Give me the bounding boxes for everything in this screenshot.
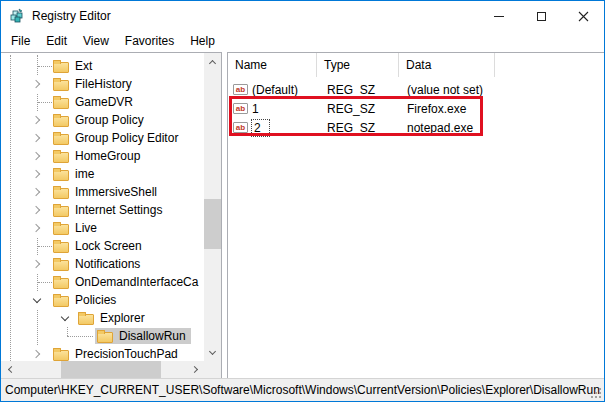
folder-icon bbox=[53, 188, 69, 199]
menu-view[interactable]: View bbox=[75, 31, 117, 52]
tree-item-explorer[interactable]: Explorer bbox=[1, 309, 204, 327]
folder-icon bbox=[53, 116, 69, 127]
registry-tree: Ext FileHistory GameDVR Group Policy bbox=[1, 53, 204, 361]
registry-tree-pane: Ext FileHistory GameDVR Group Policy bbox=[1, 52, 222, 378]
chevron-right-icon[interactable] bbox=[29, 75, 45, 93]
tree-vertical-scrollbar[interactable] bbox=[204, 53, 221, 361]
registry-values-pane: Name Type Data ab (Default) REG_SZ (valu… bbox=[227, 52, 604, 378]
folder-icon bbox=[53, 152, 69, 163]
maximize-button[interactable] bbox=[520, 1, 562, 31]
tree-item-homegroup[interactable]: HomeGroup bbox=[1, 147, 204, 165]
tree-item-gamedvr[interactable]: GameDVR bbox=[1, 93, 204, 111]
horizontal-scrollbar-thumb[interactable] bbox=[61, 361, 161, 378]
column-header-name[interactable]: Name bbox=[228, 53, 317, 77]
tree-item-precisiontouchpad[interactable]: PrecisionTouchPad bbox=[1, 345, 204, 361]
scroll-right-arrow[interactable] bbox=[187, 361, 204, 378]
folder-icon bbox=[53, 134, 69, 145]
tree-item-label: GameDVR bbox=[75, 95, 133, 109]
tree-item-label: Explorer bbox=[100, 311, 145, 325]
reg-sz-string-icon: ab bbox=[233, 122, 248, 133]
menu-edit[interactable]: Edit bbox=[38, 31, 75, 52]
selected-key-path: Computer\HKEY_CURRENT_USER\Software\Micr… bbox=[1, 383, 600, 397]
chevron-right-icon[interactable] bbox=[29, 219, 45, 237]
scroll-down-arrow[interactable] bbox=[204, 344, 221, 361]
tree-item-label: FileHistory bbox=[75, 77, 132, 91]
folder-icon bbox=[53, 242, 69, 253]
menu-help[interactable]: Help bbox=[182, 31, 223, 52]
tree-item-label: PrecisionTouchPad bbox=[75, 347, 178, 361]
chevron-right-icon[interactable] bbox=[29, 165, 45, 183]
chevron-right-icon[interactable] bbox=[29, 255, 45, 273]
menu-favorites[interactable]: Favorites bbox=[117, 31, 182, 52]
tree-item-ext[interactable]: Ext bbox=[1, 57, 204, 75]
resize-grip[interactable] bbox=[590, 387, 603, 400]
tree-item-label: Notifications bbox=[75, 257, 140, 271]
tree-item-immersiveshell[interactable]: ImmersiveShell bbox=[1, 183, 204, 201]
chevron-down-icon[interactable] bbox=[29, 291, 45, 309]
tree-item-policies[interactable]: Policies bbox=[1, 291, 204, 309]
tree-item-label: ImmersiveShell bbox=[75, 185, 157, 199]
status-bar: Computer\HKEY_CURRENT_USER\Software\Micr… bbox=[1, 378, 604, 401]
tree-item-lock-screen[interactable]: Lock Screen bbox=[1, 237, 204, 255]
folder-icon bbox=[53, 206, 69, 217]
chevron-right-icon[interactable] bbox=[29, 111, 45, 129]
tree-item-disallowrun-selected[interactable]: DisallowRun bbox=[1, 327, 204, 345]
menu-file[interactable]: File bbox=[3, 31, 38, 52]
close-button[interactable] bbox=[562, 1, 604, 31]
caption-buttons bbox=[478, 1, 604, 31]
tree-item-group-policy[interactable]: Group Policy bbox=[1, 111, 204, 129]
folder-icon bbox=[53, 80, 69, 91]
value-data: (value not set) bbox=[399, 83, 604, 97]
value-data: notepad.exe bbox=[399, 121, 604, 135]
chevron-right-icon[interactable] bbox=[29, 183, 45, 201]
vertical-scrollbar-thumb[interactable] bbox=[204, 199, 221, 249]
folder-icon bbox=[53, 260, 69, 271]
list-header: Name Type Data bbox=[228, 53, 604, 77]
folder-icon bbox=[53, 296, 69, 307]
maximize-icon bbox=[537, 12, 546, 21]
tree-item-ime[interactable]: ime bbox=[1, 165, 204, 183]
reg-sz-string-icon: ab bbox=[233, 103, 248, 114]
chevron-right-icon[interactable] bbox=[29, 147, 45, 165]
value-row-default[interactable]: ab (Default) REG_SZ (value not set) bbox=[228, 80, 604, 99]
folder-icon bbox=[53, 278, 69, 289]
chevron-down-icon[interactable] bbox=[57, 309, 73, 327]
tree-item-label: OnDemandInterfaceCa bbox=[75, 275, 198, 289]
chevron-right-icon[interactable] bbox=[29, 129, 45, 147]
tree-horizontal-scrollbar[interactable] bbox=[1, 361, 204, 378]
tree-item-filehistory[interactable]: FileHistory bbox=[1, 75, 204, 93]
column-header-filler bbox=[495, 53, 604, 77]
tree-item-ondemandinterface[interactable]: OnDemandInterfaceCa bbox=[1, 273, 204, 291]
column-header-data[interactable]: Data bbox=[399, 53, 495, 77]
chevron-right-icon[interactable] bbox=[29, 345, 45, 361]
reg-sz-string-icon: ab bbox=[233, 84, 248, 95]
tree-item-internet-settings[interactable]: Internet Settings bbox=[1, 201, 204, 219]
tree-item-label: ime bbox=[75, 167, 94, 181]
title-bar: Registry Editor bbox=[1, 1, 604, 31]
folder-icon bbox=[53, 170, 69, 181]
tree-item-label: DisallowRun bbox=[119, 329, 186, 343]
tree-item-group-policy-editor[interactable]: Group Policy Editor bbox=[1, 129, 204, 147]
tree-item-label: Live bbox=[75, 221, 97, 235]
minimize-icon bbox=[494, 16, 504, 17]
tree-item-label: Lock Screen bbox=[75, 239, 142, 253]
registry-editor-window: Registry Editor File Edit View Favorites… bbox=[0, 0, 605, 402]
value-name-focused: 2 bbox=[252, 120, 269, 136]
scroll-left-arrow[interactable] bbox=[1, 361, 18, 378]
value-row-2[interactable]: ab 2 REG_SZ notepad.exe bbox=[228, 118, 604, 137]
value-type: REG_SZ bbox=[317, 83, 399, 97]
selected-highlight: DisallowRun bbox=[95, 328, 191, 344]
chevron-right-icon[interactable] bbox=[29, 201, 45, 219]
value-data: Firefox.exe bbox=[399, 102, 604, 116]
minimize-button[interactable] bbox=[478, 1, 520, 31]
scroll-up-arrow[interactable] bbox=[204, 53, 221, 70]
folder-icon bbox=[53, 98, 69, 109]
close-icon bbox=[578, 11, 589, 22]
column-header-type[interactable]: Type bbox=[317, 53, 399, 77]
tree-item-notifications[interactable]: Notifications bbox=[1, 255, 204, 273]
value-name: 1 bbox=[252, 102, 259, 116]
tree-item-live[interactable]: Live bbox=[1, 219, 204, 237]
value-type: REG_SZ bbox=[317, 121, 399, 135]
value-row-1[interactable]: ab 1 REG_SZ Firefox.exe bbox=[228, 99, 604, 118]
tree-item-label: Ext bbox=[75, 59, 92, 73]
